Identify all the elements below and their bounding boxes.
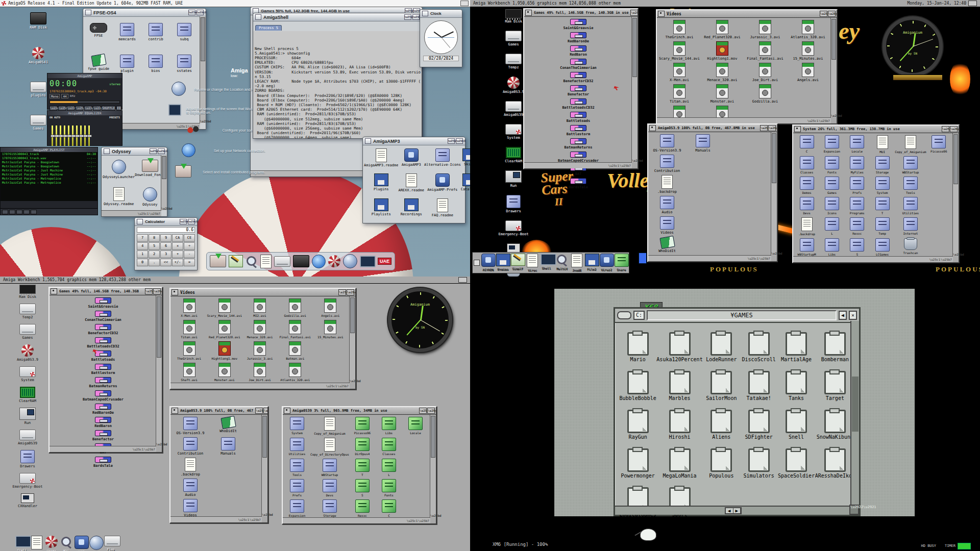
iconify-icon[interactable]: \u25a3 <box>188 10 195 15</box>
desktop-icon[interactable]: Drawers <box>9 450 46 468</box>
amigaamp-titlebar[interactable]: AmigaAMP <box>47 73 122 78</box>
dock-item[interactable]: Engiga <box>496 254 509 272</box>
calculator-key[interactable]: 1 <box>137 251 148 258</box>
file-icon-item[interactable]: Plugins <box>364 172 398 193</box>
video-file[interactable]: Shaft.avi <box>172 362 207 383</box>
zoom-icon[interactable]: \u25a3 <box>419 408 427 414</box>
drawer-item[interactable]: Contribution <box>649 154 685 174</box>
playlist-row[interactable]: MstrJazzCat Pacyna - Just Machine --:-- <box>1 168 97 172</box>
games-window[interactable]: Games 49% full, 146.5GB free, 140.3GB \u… <box>48 287 163 453</box>
playlist-row[interactable]: MstrJazzCat Pacyna - Just Machine --:-- <box>1 172 97 177</box>
close-icon[interactable] <box>172 289 178 295</box>
drawer-item[interactable] <box>685 154 721 174</box>
drawer-item[interactable]: DirOpus4 <box>349 437 376 458</box>
video-file[interactable]: Final_Fantasi.avi <box>278 319 313 340</box>
file-icon-item[interactable]: Recordings <box>398 197 424 218</box>
videos-titlebar[interactable]: Videos \u25a3\u29c9 <box>170 289 355 296</box>
drawer-item[interactable]: LCGames <box>870 237 895 258</box>
drawer-item[interactable]: Picasso96 <box>349 416 376 437</box>
vertical-scrollbar[interactable]: \u25bd <box>430 415 436 517</box>
drawer-item[interactable]: Expansion <box>819 134 844 155</box>
playlist-row[interactable]: MstrJazzCat Pacyna - Metropolice --:-- <box>1 177 97 181</box>
playlist-row[interactable]: 17076155300043_track.wav --:-- <box>1 156 97 160</box>
x68-game-item[interactable]: Mario <box>619 328 656 367</box>
close-icon[interactable] <box>658 11 665 17</box>
video-file[interactable]: TheGrinch.avi <box>658 19 701 40</box>
drawer-item[interactable]: Utilities <box>895 196 926 216</box>
video-file[interactable]: Atlantis_320.avi <box>278 362 313 383</box>
video-file[interactable] <box>313 340 348 362</box>
game-item[interactable]: BatmanReturns <box>526 137 630 151</box>
odyssey-window[interactable]: Odyssey \u25a3\u29c9 OdysseyLauncher Dow… <box>101 147 167 217</box>
video-file[interactable]: Scary_Movie_144.avi <box>658 40 701 62</box>
drawer-item[interactable] <box>685 195 721 215</box>
vertical-scrollbar[interactable]: \u25bd <box>631 17 638 162</box>
drawer-item[interactable]: Rexxc <box>349 498 376 519</box>
x68-game-item[interactable]: Tanks <box>777 367 815 406</box>
vertical-scrollbar[interactable]: \u25bd <box>771 132 777 255</box>
file-icon-item[interactable]: AREXX.readme <box>398 172 424 193</box>
drawer-item[interactable] <box>685 215 721 236</box>
depth-icon[interactable]: \u29c9 <box>828 11 836 17</box>
drawer-item[interactable]: Games <box>819 176 844 196</box>
uae-badge[interactable]: UAE <box>378 258 391 265</box>
x68-game-item[interactable] <box>740 483 777 522</box>
vertical-scrollbar[interactable]: \u25bd <box>261 415 267 516</box>
x68-game-item[interactable]: SnowNaKibun! <box>815 406 855 444</box>
iconify-icon[interactable]: \u25a3 <box>448 138 455 144</box>
dock-icon[interactable] <box>360 256 376 267</box>
calculator-key[interactable]: CE <box>184 234 195 242</box>
zoom-icon[interactable]: \u25a3 <box>630 10 638 16</box>
drawer-item[interactable]: Utilities <box>284 437 310 458</box>
drawer-item[interactable]: Picasso96 <box>926 134 951 155</box>
vertical-scrollbar[interactable]: \u25bd <box>349 296 355 383</box>
x68-game-item[interactable]: BubbleBobble <box>619 367 656 406</box>
dock-icon[interactable] <box>229 255 243 267</box>
drawer-item[interactable] <box>402 437 429 458</box>
x68-game-item[interactable]: Target <box>815 367 855 406</box>
amigaos39-window[interactable]: AmigaOS3.9 100% full, 0B free, 467.8MB i… <box>647 123 778 262</box>
amigaamp-window[interactable]: AmigaAMP 00:00 stereo 17076155300043_tra… <box>47 73 122 110</box>
close-icon[interactable] <box>137 219 143 224</box>
drawer-item[interactable] <box>685 174 721 195</box>
file-icon-item[interactable]: memcards <box>113 22 141 42</box>
drawer-item[interactable]: Devs <box>794 196 819 216</box>
dock-item[interactable]: SimplF <box>511 254 524 272</box>
desktop-icon[interactable]: Amiga0541 <box>19 47 57 64</box>
dock-item[interactable]: JnodE <box>570 254 583 272</box>
videos-titlebar[interactable]: Videos \u25a3\u29c9 <box>657 10 837 18</box>
eq-on-button[interactable]: ON <box>50 116 53 119</box>
drawer-item[interactable]: .backdrop <box>172 457 209 478</box>
os39-titlebar[interactable]: AmigaOS3.9 100% full, 0B free, 467.8MB i… <box>648 124 777 132</box>
video-file[interactable]: X-Men.avi <box>658 62 701 83</box>
mouse-icon[interactable] <box>640 529 656 541</box>
game-item[interactable]: Battletoads <box>52 349 155 363</box>
file-icon-item[interactable]: OdysseyLauncher <box>103 159 135 180</box>
video-file[interactable]: Titan.avi <box>172 319 207 340</box>
horizontal-scrollbar[interactable]: \u25c1\u25b7 <box>50 446 156 452</box>
dock-item[interactable]: Edit <box>30 536 43 551</box>
playlist-tracks[interactable]: 17076155300043_track 04:30 1707615530004… <box>1 152 97 201</box>
zoom-icon[interactable]: \u25a3 <box>255 408 263 414</box>
x68-game-item[interactable]: Simulators <box>740 444 777 483</box>
x68-game-item[interactable]: SailorMoon <box>703 367 740 406</box>
depth-icon[interactable]: \u29c9 <box>347 289 354 295</box>
dock-item[interactable]: Shell <box>15 536 29 551</box>
dock-item[interactable]: File2 <box>585 254 598 272</box>
calculator-key[interactable]: . <box>149 259 160 266</box>
drawer-item[interactable]: WhoDidIt <box>209 416 247 436</box>
drawer-item[interactable]: T <box>349 458 376 478</box>
close-icon[interactable]: ✕ <box>849 311 857 320</box>
desktop-icon[interactable]: Ram Disk <box>9 285 46 299</box>
equalizer-titlebar[interactable]: AmigaAMP EQUALIZER <box>47 111 122 115</box>
screen-depth-gadget[interactable] <box>968 1 977 6</box>
playlist-row[interactable]: MstrJazzCat Pacyna - Metropolice --:-- <box>1 181 97 185</box>
drawer-item[interactable]: Rexxc <box>845 216 870 237</box>
file-icon-item[interactable]: FPSE <box>84 22 113 42</box>
playlist-window[interactable]: AmigaAMP PLAYLIST 17076155300043_track 0… <box>0 147 98 215</box>
x68-game-item[interactable] <box>815 483 855 522</box>
drawer-item[interactable] <box>402 498 429 519</box>
dock-icon[interactable] <box>246 255 258 267</box>
video-file[interactable]: Scary_Movie_144.avi <box>207 297 242 319</box>
drawer-item[interactable] <box>402 478 429 498</box>
